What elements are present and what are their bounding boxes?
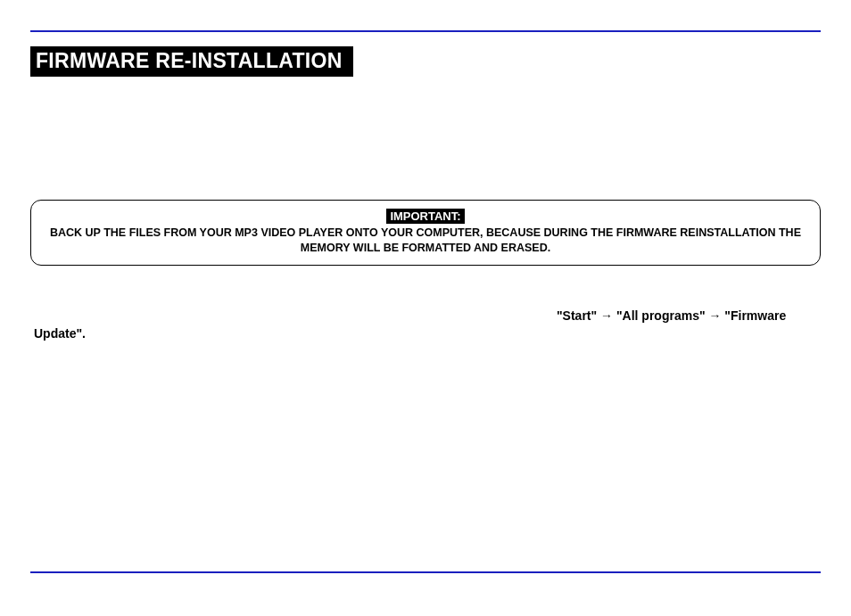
page-heading: FIRMWARE RE-INSTALLATION [30,46,353,77]
step-1: First you must install the application. … [30,289,821,343]
important-box: IMPORTANT: BACK UP THE FILES FROM YOUR M… [30,200,821,266]
bottom-rule [30,571,821,573]
step-2: Download the latest version of the firmw… [30,350,821,387]
important-label: IMPORTANT: [386,209,464,224]
important-text: BACK UP THE FILES FROM YOUR MP3 VIDEO PL… [40,226,811,256]
top-rule [30,30,821,32]
intro-paragraph: Your MP3 Video Player has an installed o… [30,102,821,177]
